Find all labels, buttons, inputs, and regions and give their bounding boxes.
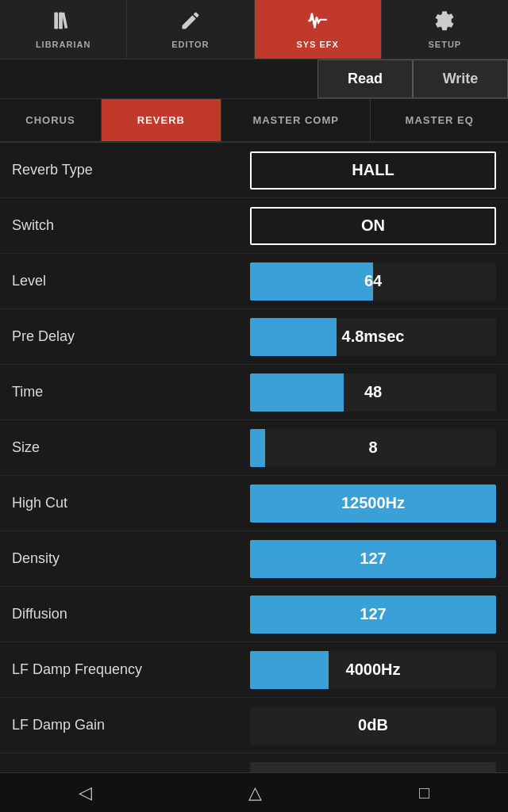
- nav-librarian[interactable]: LIBRARIAN: [0, 0, 127, 59]
- nav-librarian-label: LIBRARIAN: [36, 40, 91, 49]
- param-value-density: 127: [250, 540, 496, 578]
- param-label-high-cut: High Cut: [12, 495, 250, 511]
- books-icon: [52, 10, 75, 36]
- param-row-level[interactable]: Level64: [0, 254, 508, 309]
- param-value-high-cut[interactable]: 12500Hz: [250, 485, 496, 523]
- param-label-lf-damp-freq: LF Damp Frequency: [12, 661, 250, 678]
- tab-master-comp[interactable]: MASTER COMP: [221, 99, 371, 141]
- param-row-time[interactable]: Time48: [0, 365, 508, 420]
- nav-editor[interactable]: EDITOR: [127, 0, 254, 59]
- param-bar-lf-damp-freq[interactable]: 4000Hz: [250, 651, 496, 689]
- param-row-switch[interactable]: SwitchON: [0, 198, 508, 254]
- params-list: Reverb TypeHALLSwitchONLevel64Pre Delay4…: [0, 143, 508, 772]
- param-bar-hf-damp-freq[interactable]: 4000Hz: [250, 762, 496, 773]
- param-value-diffusion: 127: [250, 596, 496, 634]
- nav-editor-label: EDITOR: [171, 40, 209, 49]
- svg-rect-0: [54, 13, 58, 29]
- gear-icon: [433, 10, 456, 36]
- param-row-high-cut[interactable]: High Cut12500Hz: [0, 476, 508, 531]
- param-label-level: Level: [12, 273, 250, 289]
- param-label-pre-delay: Pre Delay: [12, 328, 250, 345]
- param-label-size: Size: [12, 439, 250, 456]
- param-bar-time[interactable]: 48: [250, 373, 496, 412]
- nav-setup[interactable]: SETUP: [382, 0, 508, 59]
- param-value-switch[interactable]: ON: [250, 207, 496, 245]
- waveform-icon: [306, 10, 329, 36]
- edit-icon: [179, 10, 202, 36]
- param-value-lf-damp-gain: 0dB: [250, 707, 496, 745]
- bottom-navigation: ◁ △ □: [0, 772, 508, 812]
- param-value-hf-damp-freq: 4000Hz: [250, 762, 496, 773]
- param-value-time: 48: [250, 373, 496, 412]
- param-row-lf-damp-gain[interactable]: LF Damp Gain0dB: [0, 698, 508, 753]
- param-bar-size[interactable]: 8: [250, 429, 496, 467]
- param-value-pre-delay: 4.8msec: [250, 318, 496, 356]
- param-value-reverb-type[interactable]: HALL: [250, 151, 496, 190]
- param-label-switch: Switch: [12, 217, 250, 234]
- param-row-density[interactable]: Density127: [0, 531, 508, 587]
- param-bar-lf-damp-gain[interactable]: 0dB: [250, 707, 496, 745]
- param-row-hf-damp-freq[interactable]: HF Damp Frequency4000Hz: [0, 753, 508, 772]
- write-button[interactable]: Write: [413, 59, 508, 98]
- param-row-reverb-type[interactable]: Reverb TypeHALL: [0, 143, 508, 198]
- param-label-diffusion: Diffusion: [12, 606, 250, 622]
- tab-chorus[interactable]: CHORUS: [0, 99, 102, 141]
- tab-reverb[interactable]: REVERB: [102, 99, 221, 141]
- top-navigation: LIBRARIAN EDITOR SYS EFX SETUP: [0, 0, 508, 59]
- param-row-lf-damp-freq[interactable]: LF Damp Frequency4000Hz: [0, 642, 508, 698]
- nav-setup-label: SETUP: [429, 40, 462, 49]
- param-bar-pre-delay[interactable]: 4.8msec: [250, 318, 496, 356]
- param-value-level: 64: [250, 262, 496, 301]
- nav-sysefx-label: SYS EFX: [296, 40, 338, 49]
- home-button[interactable]: △: [248, 783, 262, 803]
- param-value-size: 8: [250, 429, 496, 467]
- tab-master-eq[interactable]: MASTER EQ: [371, 99, 508, 141]
- param-row-diffusion[interactable]: Diffusion127: [0, 587, 508, 642]
- param-bar-diffusion[interactable]: 127: [250, 596, 496, 634]
- param-label-density: Density: [12, 550, 250, 567]
- param-label-time: Time: [12, 384, 250, 400]
- tab-bar: CHORUS REVERB MASTER COMP MASTER EQ: [0, 99, 508, 143]
- param-label-lf-damp-gain: LF Damp Gain: [12, 717, 250, 733]
- nav-sysefx[interactable]: SYS EFX: [255, 0, 382, 59]
- param-bar-density[interactable]: 127: [250, 540, 496, 578]
- read-button[interactable]: Read: [318, 59, 413, 98]
- read-write-bar: Read Write: [0, 59, 508, 99]
- param-label-reverb-type: Reverb Type: [12, 162, 250, 178]
- recents-button[interactable]: □: [419, 783, 429, 803]
- param-row-pre-delay[interactable]: Pre Delay4.8msec: [0, 309, 508, 365]
- back-button[interactable]: ◁: [79, 783, 92, 803]
- param-value-lf-damp-freq: 4000Hz: [250, 651, 496, 689]
- param-bar-level[interactable]: 64: [250, 262, 496, 301]
- svg-rect-1: [59, 13, 63, 29]
- param-row-size[interactable]: Size8: [0, 420, 508, 476]
